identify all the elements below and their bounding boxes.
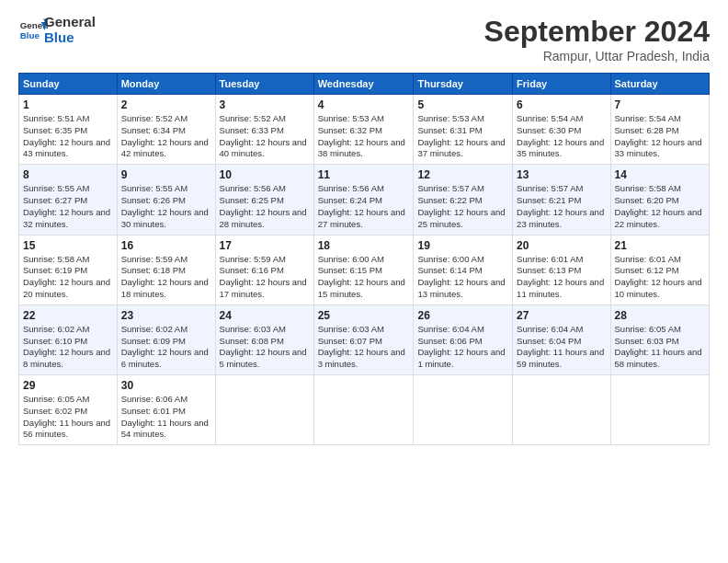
col-header-saturday: Saturday [610, 74, 709, 95]
calendar-cell: 28Sunrise: 6:05 AMSunset: 6:03 PMDayligh… [610, 304, 709, 374]
day-number: 4 [318, 98, 410, 111]
day-info: Sunrise: 6:04 AMSunset: 6:04 PMDaylight:… [517, 324, 606, 371]
day-number: 9 [121, 168, 211, 181]
calendar-week-4: 22Sunrise: 6:02 AMSunset: 6:10 PMDayligh… [19, 304, 710, 374]
calendar-cell: 16Sunrise: 5:59 AMSunset: 6:18 PMDayligh… [117, 235, 215, 304]
calendar-cell: 7Sunrise: 5:54 AMSunset: 6:28 PMDaylight… [610, 95, 709, 165]
logo-blue: Blue [44, 30, 96, 46]
calendar-cell: 12Sunrise: 5:57 AMSunset: 6:22 PMDayligh… [414, 165, 513, 235]
day-number: 23 [121, 309, 211, 322]
day-info: Sunrise: 5:53 AMSunset: 6:31 PMDaylight:… [417, 113, 508, 160]
day-info: Sunrise: 5:57 AMSunset: 6:21 PMDaylight:… [517, 183, 606, 230]
day-number: 17 [220, 239, 310, 252]
day-info: Sunrise: 5:57 AMSunset: 6:22 PMDaylight:… [417, 183, 508, 230]
calendar-week-2: 8Sunrise: 5:55 AMSunset: 6:27 PMDaylight… [19, 165, 710, 235]
calendar-cell [414, 375, 513, 445]
day-number: 22 [23, 309, 113, 322]
calendar-cell [215, 375, 313, 445]
col-header-wednesday: Wednesday [313, 74, 414, 95]
day-number: 29 [23, 379, 113, 392]
day-number: 18 [318, 239, 410, 252]
day-info: Sunrise: 6:03 AMSunset: 6:07 PMDaylight:… [318, 324, 410, 371]
header: General Blue General Blue September 2024… [18, 15, 710, 63]
day-number: 24 [220, 309, 310, 322]
day-number: 19 [417, 239, 508, 252]
calendar-week-5: 29Sunrise: 6:05 AMSunset: 6:02 PMDayligh… [19, 375, 710, 445]
calendar-cell: 3Sunrise: 5:52 AMSunset: 6:33 PMDaylight… [215, 95, 313, 165]
day-number: 30 [121, 379, 211, 392]
calendar-cell: 1Sunrise: 5:51 AMSunset: 6:35 PMDaylight… [19, 95, 118, 165]
calendar-cell: 6Sunrise: 5:54 AMSunset: 6:30 PMDaylight… [513, 95, 610, 165]
calendar-cell: 10Sunrise: 5:56 AMSunset: 6:25 PMDayligh… [215, 165, 313, 235]
calendar-cell: 30Sunrise: 6:06 AMSunset: 6:01 PMDayligh… [117, 375, 215, 445]
col-header-thursday: Thursday [414, 74, 513, 95]
day-number: 12 [417, 168, 508, 181]
calendar-cell: 19Sunrise: 6:00 AMSunset: 6:14 PMDayligh… [414, 235, 513, 304]
calendar-week-3: 15Sunrise: 5:58 AMSunset: 6:19 PMDayligh… [19, 235, 710, 304]
calendar-cell: 26Sunrise: 6:04 AMSunset: 6:06 PMDayligh… [414, 304, 513, 374]
calendar-cell: 25Sunrise: 6:03 AMSunset: 6:07 PMDayligh… [313, 304, 414, 374]
day-number: 27 [517, 309, 606, 322]
col-header-friday: Friday [513, 74, 610, 95]
col-header-monday: Monday [117, 74, 215, 95]
logo: General Blue General Blue [18, 15, 96, 45]
calendar-cell: 24Sunrise: 6:03 AMSunset: 6:08 PMDayligh… [215, 304, 313, 374]
calendar-cell [610, 375, 709, 445]
day-info: Sunrise: 5:55 AMSunset: 6:27 PMDaylight:… [23, 183, 113, 230]
logo-general: General [44, 15, 96, 30]
day-number: 26 [417, 309, 508, 322]
subtitle: Rampur, Uttar Pradesh, India [484, 49, 710, 63]
day-info: Sunrise: 6:02 AMSunset: 6:10 PMDaylight:… [23, 324, 113, 371]
day-number: 11 [318, 168, 410, 181]
calendar-cell: 17Sunrise: 5:59 AMSunset: 6:16 PMDayligh… [215, 235, 313, 304]
calendar-cell [513, 375, 610, 445]
calendar-cell: 20Sunrise: 6:01 AMSunset: 6:13 PMDayligh… [513, 235, 610, 304]
calendar-table: SundayMondayTuesdayWednesdayThursdayFrid… [18, 73, 710, 445]
day-info: Sunrise: 6:01 AMSunset: 6:12 PMDaylight:… [615, 254, 705, 301]
calendar-cell: 18Sunrise: 6:00 AMSunset: 6:15 PMDayligh… [313, 235, 414, 304]
calendar-cell: 11Sunrise: 5:56 AMSunset: 6:24 PMDayligh… [313, 165, 414, 235]
day-info: Sunrise: 5:59 AMSunset: 6:18 PMDaylight:… [121, 254, 211, 301]
day-info: Sunrise: 5:53 AMSunset: 6:32 PMDaylight:… [318, 113, 410, 160]
day-info: Sunrise: 5:54 AMSunset: 6:28 PMDaylight:… [615, 113, 705, 160]
calendar-cell: 21Sunrise: 6:01 AMSunset: 6:12 PMDayligh… [610, 235, 709, 304]
day-info: Sunrise: 6:00 AMSunset: 6:14 PMDaylight:… [417, 254, 508, 301]
day-info: Sunrise: 5:54 AMSunset: 6:30 PMDaylight:… [517, 113, 606, 160]
day-number: 5 [417, 98, 508, 111]
day-info: Sunrise: 6:04 AMSunset: 6:06 PMDaylight:… [417, 324, 508, 371]
svg-text:Blue: Blue [20, 29, 40, 40]
calendar-cell: 27Sunrise: 6:04 AMSunset: 6:04 PMDayligh… [513, 304, 610, 374]
page: General Blue General Blue September 2024… [0, 0, 728, 563]
col-header-tuesday: Tuesday [215, 74, 313, 95]
day-info: Sunrise: 5:56 AMSunset: 6:24 PMDaylight:… [318, 183, 410, 230]
day-info: Sunrise: 5:58 AMSunset: 6:20 PMDaylight:… [615, 183, 705, 230]
calendar-cell: 15Sunrise: 5:58 AMSunset: 6:19 PMDayligh… [19, 235, 118, 304]
calendar-cell: 23Sunrise: 6:02 AMSunset: 6:09 PMDayligh… [117, 304, 215, 374]
day-number: 21 [615, 239, 705, 252]
day-info: Sunrise: 5:58 AMSunset: 6:19 PMDaylight:… [23, 254, 113, 301]
day-number: 10 [220, 168, 310, 181]
day-info: Sunrise: 5:59 AMSunset: 6:16 PMDaylight:… [220, 254, 310, 301]
day-info: Sunrise: 6:00 AMSunset: 6:15 PMDaylight:… [318, 254, 410, 301]
day-info: Sunrise: 6:01 AMSunset: 6:13 PMDaylight:… [517, 254, 606, 301]
calendar-cell: 29Sunrise: 6:05 AMSunset: 6:02 PMDayligh… [19, 375, 118, 445]
calendar-cell: 4Sunrise: 5:53 AMSunset: 6:32 PMDaylight… [313, 95, 414, 165]
day-number: 25 [318, 309, 410, 322]
calendar-cell: 8Sunrise: 5:55 AMSunset: 6:27 PMDaylight… [19, 165, 118, 235]
month-title: September 2024 [484, 15, 710, 49]
calendar-cell: 9Sunrise: 5:55 AMSunset: 6:26 PMDaylight… [117, 165, 215, 235]
day-info: Sunrise: 6:06 AMSunset: 6:01 PMDaylight:… [121, 394, 211, 441]
day-number: 16 [121, 239, 211, 252]
day-info: Sunrise: 5:56 AMSunset: 6:25 PMDaylight:… [220, 183, 310, 230]
day-number: 8 [23, 168, 113, 181]
calendar-cell [313, 375, 414, 445]
day-number: 13 [517, 168, 606, 181]
day-info: Sunrise: 6:05 AMSunset: 6:02 PMDaylight:… [23, 394, 113, 441]
calendar-cell: 13Sunrise: 5:57 AMSunset: 6:21 PMDayligh… [513, 165, 610, 235]
day-number: 7 [615, 98, 705, 111]
calendar-cell: 2Sunrise: 5:52 AMSunset: 6:34 PMDaylight… [117, 95, 215, 165]
day-number: 3 [220, 98, 310, 111]
day-number: 20 [517, 239, 606, 252]
day-number: 1 [23, 98, 113, 111]
day-number: 6 [517, 98, 606, 111]
